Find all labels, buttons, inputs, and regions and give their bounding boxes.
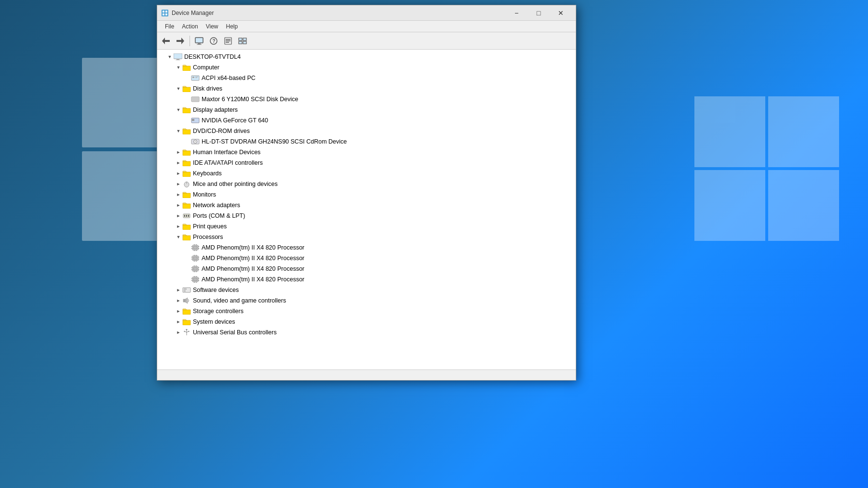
expand-processors[interactable]: ▼ xyxy=(175,233,182,241)
tree-amd-2[interactable]: AMD Phenom(tm) II X4 820 Processor xyxy=(157,253,576,264)
tree-storage[interactable]: ► Storage controllers xyxy=(157,306,576,317)
tree-print[interactable]: ► Print queues xyxy=(157,221,576,232)
svg-rect-61 xyxy=(193,267,197,270)
tree-computer[interactable]: ▼ Computer xyxy=(157,62,576,73)
back-button[interactable] xyxy=(159,34,173,48)
processors-folder-icon xyxy=(182,233,191,241)
expand-usb[interactable]: ► xyxy=(175,329,182,336)
tree-amd-4[interactable]: AMD Phenom(tm) II X4 820 Processor xyxy=(157,274,576,285)
svg-rect-79 xyxy=(198,280,199,281)
tree-software[interactable]: ► Software devices xyxy=(157,285,576,295)
usb-label: Universal Serial Bus controllers xyxy=(193,329,277,336)
svg-rect-8 xyxy=(198,43,201,44)
tree-ports[interactable]: ► Ports (COM & LPT) xyxy=(157,211,576,221)
menu-action[interactable]: Action xyxy=(178,22,202,31)
expand-monitors[interactable]: ► xyxy=(175,191,182,198)
help-button[interactable]: ? xyxy=(207,34,220,48)
cpu-icon-3 xyxy=(191,264,200,273)
svg-rect-25 xyxy=(195,77,198,77)
expand-network[interactable]: ► xyxy=(175,201,182,209)
toolbar-separator-1 xyxy=(190,36,190,46)
tree-system[interactable]: ► System devices xyxy=(157,317,576,327)
mice-label: Mice and other pointing devices xyxy=(193,181,278,187)
tree-acpi[interactable]: ACPI x64-based PC xyxy=(157,73,576,83)
status-bar xyxy=(157,369,576,380)
expand-none xyxy=(183,138,191,145)
expand-storage[interactable]: ► xyxy=(175,307,182,315)
view-button[interactable] xyxy=(236,34,249,48)
properties-button[interactable] xyxy=(221,34,235,48)
tree-mice[interactable]: ► Mice and other pointing devices xyxy=(157,179,576,189)
minimize-button[interactable]: − xyxy=(505,5,528,21)
tree-keyboards[interactable]: ► Keyboards xyxy=(157,168,576,179)
expand-sound[interactable]: ► xyxy=(175,297,182,304)
expand-mice[interactable]: ► xyxy=(175,180,182,188)
usb-icon xyxy=(182,328,191,337)
menu-help[interactable]: Help xyxy=(222,22,242,31)
tree-processors[interactable]: ▼ Processors xyxy=(157,232,576,242)
svg-rect-56 xyxy=(191,257,192,258)
computer-label: Computer xyxy=(193,64,219,71)
tree-amd-1[interactable]: AMD Phenom(tm) II X4 820 Processor xyxy=(157,242,576,253)
storage-folder-icon xyxy=(182,307,191,316)
menu-file[interactable]: File xyxy=(161,22,178,31)
expand-system[interactable]: ► xyxy=(175,318,182,326)
svg-rect-38 xyxy=(186,215,187,217)
display-adapters-label: Display adapters xyxy=(193,106,238,113)
tree-root[interactable]: ▼ DESKTOP-6TVTDL4 xyxy=(157,52,576,62)
expand-root[interactable]: ▼ xyxy=(166,53,174,61)
tree-sound[interactable]: ► Sound, video and game controllers xyxy=(157,295,576,306)
expand-disk[interactable]: ▼ xyxy=(175,85,182,92)
expand-ide[interactable]: ► xyxy=(175,159,182,167)
tree-maxtor[interactable]: Maxtor 6 Y120M0 SCSI Disk Device xyxy=(157,94,576,105)
tree-hid[interactable]: ► Human Interface Devices xyxy=(157,147,576,158)
expand-display[interactable]: ▼ xyxy=(175,106,182,114)
computer-icon-button[interactable] xyxy=(192,34,206,48)
acpi-label: ACPI x64-based PC xyxy=(202,75,256,81)
tree-monitors[interactable]: ► Monitors xyxy=(157,189,576,200)
svg-rect-73 xyxy=(196,276,197,277)
tree-usb[interactable]: ► Universal Serial Bus controllers xyxy=(157,327,576,338)
expand-computer[interactable]: ▼ xyxy=(175,64,182,71)
forward-button[interactable] xyxy=(174,34,187,48)
svg-rect-80 xyxy=(183,288,190,292)
hid-label: Human Interface Devices xyxy=(193,149,260,156)
expand-none xyxy=(183,244,191,251)
svg-rect-54 xyxy=(194,261,195,262)
tree-display-adapters[interactable]: ▼ Display adapters xyxy=(157,105,576,115)
tree-network[interactable]: ► Network adapters xyxy=(157,200,576,211)
expand-ports[interactable]: ► xyxy=(175,212,182,220)
disk-drives-label: Disk drives xyxy=(193,85,222,92)
amd1-label: AMD Phenom(tm) II X4 820 Processor xyxy=(202,244,304,251)
tree-disk-drives[interactable]: ▼ Disk drives xyxy=(157,83,576,94)
tree-nvidia[interactable]: NVIDIA GeForce GT 640 xyxy=(157,115,576,126)
svg-rect-22 xyxy=(176,60,180,61)
amd3-label: AMD Phenom(tm) II X4 820 Processor xyxy=(202,265,304,272)
expand-dvd[interactable]: ▼ xyxy=(175,127,182,135)
ports-label: Ports (COM & LPT) xyxy=(193,212,245,219)
expand-software[interactable]: ► xyxy=(175,286,182,294)
expand-none xyxy=(183,265,191,273)
root-label: DESKTOP-6TVTDL4 xyxy=(184,53,241,60)
maximize-button[interactable]: □ xyxy=(528,5,550,21)
tree-dvd[interactable]: ▼ DVD/CD-ROM drives xyxy=(157,126,576,136)
svg-rect-69 xyxy=(198,269,199,270)
expand-hid[interactable]: ► xyxy=(175,148,182,156)
menu-view[interactable]: View xyxy=(202,22,222,31)
sound-label: Sound, video and game controllers xyxy=(193,297,286,304)
tree-ide[interactable]: ► IDE ATA/ATAPI controllers xyxy=(157,158,576,168)
svg-rect-41 xyxy=(193,246,197,249)
svg-rect-20 xyxy=(174,53,182,59)
print-label: Print queues xyxy=(193,223,227,230)
expand-keyboards[interactable]: ► xyxy=(175,170,182,177)
tree-amd-3[interactable]: AMD Phenom(tm) II X4 820 Processor xyxy=(157,264,576,274)
close-button[interactable]: ✕ xyxy=(550,5,572,21)
device-tree: ▼ DESKTOP-6TVTDL4 ▼ xyxy=(157,52,576,338)
tree-hldtst[interactable]: HL-DT-ST DVDRAM GH24NS90 SCSI CdRom Devi… xyxy=(157,136,576,147)
tree-content[interactable]: ▼ DESKTOP-6TVTDL4 ▼ xyxy=(157,50,576,369)
title-bar: Device Manager − □ ✕ xyxy=(157,5,576,21)
window-title: Device Manager xyxy=(172,10,505,16)
svg-rect-37 xyxy=(184,215,185,217)
dvd-folder-icon xyxy=(182,127,191,135)
expand-print[interactable]: ► xyxy=(175,223,182,230)
